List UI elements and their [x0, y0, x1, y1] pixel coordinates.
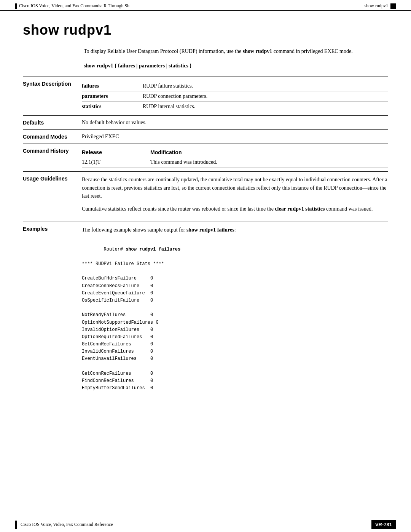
history-header-0: Release — [82, 148, 150, 157]
syntax-command-text: show rudpv1 { failures | parameters | st… — [84, 63, 192, 69]
code-prompt: Router# — [104, 247, 126, 252]
examples-label: Examples — [23, 226, 82, 399]
usage-guidelines-label: Usage Guidelines — [23, 176, 82, 218]
command-modes-section: Command Modes Privileged EXEC — [23, 129, 388, 144]
description-text-end: command in privileged EXEC mode. — [272, 48, 353, 54]
usage-bold: clear rudpv1 statistics — [275, 206, 325, 212]
header-left-bar — [15, 3, 17, 9]
history-header-1: Modification — [150, 148, 388, 157]
syntax-desc-0: RUDP failure statistics. — [143, 81, 388, 91]
footer-left-bar — [15, 521, 17, 529]
description-text-start: To display Reliable User Datagram Protoc… — [84, 48, 243, 54]
footer-right: VR-781 — [371, 520, 396, 529]
syntax-command-line: show rudpv1 { failures | parameters | st… — [84, 63, 388, 69]
description-bold: show rudpv1 — [243, 48, 272, 54]
examples-intro-start: The following example shows sample outpu… — [82, 227, 186, 233]
defaults-content: No default behavior or values. — [82, 120, 388, 126]
syntax-description-label: Syntax Description — [23, 81, 82, 112]
page-footer: Cisco IOS Voice, Video, Fax Command Refe… — [0, 517, 411, 532]
syntax-term-1: parameters — [82, 91, 143, 102]
usage-para2-start: Cumulative statistics reflect counts sin… — [82, 206, 275, 212]
code-command: show rudpv1 failures — [126, 247, 180, 252]
command-modes-label: Command Modes — [23, 134, 82, 140]
syntax-desc-2: RUDP internal statistics. — [143, 102, 388, 112]
syntax-description-section: Syntax Description failuresRUDP failure … — [23, 77, 388, 115]
footer-badge: VR-781 — [371, 520, 396, 529]
defaults-text: No default behavior or values. — [82, 120, 147, 125]
page-header: Cisco IOS Voice, Video, and Fax Commands… — [0, 0, 411, 11]
command-history-label: Command History — [23, 148, 82, 168]
command-history-section: Command History ReleaseModification 12.1… — [23, 144, 388, 171]
footer-left: Cisco IOS Voice, Video, Fax Command Refe… — [15, 521, 113, 529]
history-table: ReleaseModification 12.1(1)TThis command… — [82, 148, 388, 168]
usage-guidelines-section: Usage Guidelines Because the statistics … — [23, 171, 388, 222]
code-output: **** RUDPV1 Failure Stats **** CreateBuf… — [82, 261, 164, 391]
usage-para2-end: command was issued. — [325, 206, 373, 212]
command-history-content: ReleaseModification 12.1(1)TThis command… — [82, 148, 388, 168]
command-modes-content: Privileged EXEC — [82, 134, 388, 140]
usage-para-1: Because the statistics counters are cont… — [82, 176, 388, 200]
examples-intro-bold: show rudpv1 failures — [186, 227, 234, 233]
defaults-label: Defaults — [23, 120, 82, 126]
defaults-section: Defaults No default behavior or values. — [23, 115, 388, 129]
header-right-text: show rudpv1 — [365, 3, 388, 9]
history-modification-0: This command was introduced. — [150, 157, 388, 168]
description-paragraph: To display Reliable User Datagram Protoc… — [84, 47, 388, 55]
command-modes-text: Privileged EXEC — [82, 134, 119, 139]
main-content: show rudpv1 To display Reliable User Dat… — [0, 11, 411, 426]
history-release-0: 12.1(1)T — [82, 157, 150, 168]
examples-section: Examples The following example shows sam… — [23, 222, 388, 403]
footer-left-text: Cisco IOS Voice, Video, Fax Command Refe… — [21, 522, 113, 527]
syntax-table: failuresRUDP failure statistics.paramete… — [82, 81, 388, 112]
examples-intro-end: : — [234, 227, 236, 233]
page-title: show rudpv1 — [23, 22, 388, 38]
syntax-description-content: failuresRUDP failure statistics.paramete… — [82, 81, 388, 112]
header-left-text: Cisco IOS Voice, Video, and Fax Commands… — [19, 3, 129, 9]
syntax-desc-1: RUDP connection parameters. — [143, 91, 388, 102]
header-right: show rudpv1 — [365, 3, 396, 9]
examples-intro: The following example shows sample outpu… — [82, 226, 388, 234]
usage-guidelines-content: Because the statistics counters are cont… — [82, 176, 388, 218]
code-block: Router# show rudpv1 failures **** RUDPV1… — [82, 238, 388, 399]
examples-content: The following example shows sample outpu… — [82, 226, 388, 399]
syntax-term-2: statistics — [82, 102, 143, 112]
header-right-bar — [390, 3, 396, 9]
usage-para-2: Cumulative statistics reflect counts sin… — [82, 205, 388, 213]
syntax-term-0: failures — [82, 81, 143, 91]
header-left: Cisco IOS Voice, Video, and Fax Commands… — [15, 3, 129, 9]
